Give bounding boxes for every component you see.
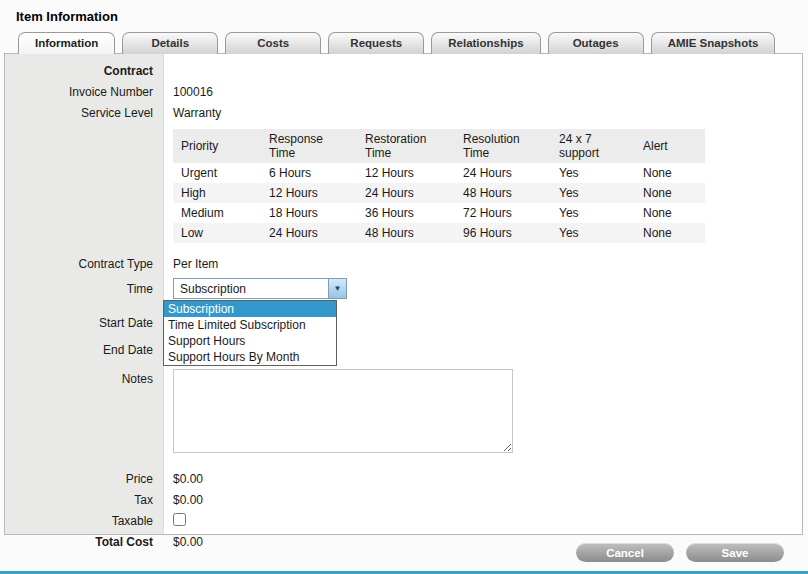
notes-textarea[interactable] (173, 369, 513, 453)
time-option-support-hours-by-month[interactable]: Support Hours By Month (164, 349, 336, 365)
sla-header-restoration-time: Restoration Time (357, 129, 455, 163)
cell-alert: None (635, 223, 705, 243)
section-header-row: Contract (5, 60, 802, 81)
cell-support: Yes (551, 203, 635, 223)
table-row: Medium 18 Hours 36 Hours 72 Hours Yes No… (173, 203, 705, 223)
table-row: Urgent 6 Hours 12 Hours 24 Hours Yes Non… (173, 163, 705, 183)
time-option-support-hours[interactable]: Support Hours (164, 333, 336, 349)
total-cost-row: Total Cost $0.00 (5, 531, 802, 552)
cell-support: Yes (551, 183, 635, 203)
cell-alert: None (635, 163, 705, 183)
cell-priority: Medium (173, 203, 261, 223)
invoice-number-value: 100016 (163, 85, 213, 99)
tab-outages[interactable]: Outages (548, 32, 644, 54)
total-cost-label: Total Cost (5, 535, 163, 549)
page-title: Item Information (0, 0, 808, 32)
price-value: $0.00 (163, 472, 203, 486)
time-row: Time Subscription ▼ Subscription Time Li… (5, 278, 802, 299)
cell-resolution: 96 Hours (455, 223, 551, 243)
sla-header-alert: Alert (635, 129, 705, 163)
table-row: High 12 Hours 24 Hours 48 Hours Yes None (173, 183, 705, 203)
time-select-value: Subscription (174, 279, 328, 298)
service-level-row: Service Level Warranty (5, 102, 802, 123)
tab-amie-snapshots[interactable]: AMIE Snapshots (651, 32, 776, 54)
contract-type-value: Per Item (163, 257, 218, 271)
cell-priority: Low (173, 223, 261, 243)
start-date-row: Start Date (5, 309, 802, 336)
price-label: Price (5, 472, 163, 486)
time-option-time-limited-subscription[interactable]: Time Limited Subscription (164, 317, 336, 333)
time-option-subscription[interactable]: Subscription (164, 301, 336, 317)
item-information-window: Item Information Information Details Cos… (0, 0, 808, 574)
end-date-row: End Date (5, 336, 802, 363)
sla-header-resolution-time: Resolution Time (455, 129, 551, 163)
total-cost-value: $0.00 (163, 535, 203, 549)
cell-response: 6 Hours (261, 163, 357, 183)
taxable-label: Taxable (5, 514, 163, 528)
contract-type-row: Contract Type Per Item (5, 253, 802, 274)
sla-table-wrap: Priority Response Time Restoration Time … (173, 129, 802, 243)
contract-type-label: Contract Type (5, 257, 163, 271)
tax-value: $0.00 (163, 493, 203, 507)
information-panel: Contract Invoice Number 100016 Service L… (4, 53, 803, 535)
cell-response: 18 Hours (261, 203, 357, 223)
taxable-checkbox[interactable] (173, 513, 186, 526)
cell-restoration: 36 Hours (357, 203, 455, 223)
cell-resolution: 48 Hours (455, 183, 551, 203)
cell-restoration: 12 Hours (357, 163, 455, 183)
table-row: Low 24 Hours 48 Hours 96 Hours Yes None (173, 223, 705, 243)
tab-requests[interactable]: Requests (328, 32, 424, 54)
tab-bar: Information Details Costs Requests Relat… (0, 32, 808, 54)
notes-label: Notes (5, 369, 163, 386)
service-level-value: Warranty (163, 106, 221, 120)
time-dropdown-list: Subscription Time Limited Subscription S… (163, 300, 337, 366)
cell-restoration: 48 Hours (357, 223, 455, 243)
cell-priority: High (173, 183, 261, 203)
sla-header-row: Priority Response Time Restoration Time … (173, 129, 705, 163)
start-date-label: Start Date (5, 316, 163, 330)
sla-header-24x7-support: 24 x 7 support (551, 129, 635, 163)
section-header-contract: Contract (5, 64, 163, 78)
cell-response: 24 Hours (261, 223, 357, 243)
tax-label: Tax (5, 493, 163, 507)
sla-header-response-time: Response Time (261, 129, 357, 163)
tab-relationships[interactable]: Relationships (431, 32, 540, 54)
cell-restoration: 24 Hours (357, 183, 455, 203)
time-label: Time (5, 282, 163, 296)
tax-row: Tax $0.00 (5, 489, 802, 510)
cell-alert: None (635, 183, 705, 203)
cell-alert: None (635, 203, 705, 223)
time-select[interactable]: Subscription ▼ (173, 278, 347, 299)
cell-support: Yes (551, 223, 635, 243)
cell-support: Yes (551, 163, 635, 183)
contract-form: Contract Invoice Number 100016 Service L… (5, 54, 802, 552)
invoice-number-label: Invoice Number (5, 85, 163, 99)
cell-response: 12 Hours (261, 183, 357, 203)
notes-row: Notes (5, 369, 802, 456)
price-row: Price $0.00 (5, 468, 802, 489)
sla-table: Priority Response Time Restoration Time … (173, 129, 705, 243)
cell-priority: Urgent (173, 163, 261, 183)
tab-details[interactable]: Details (122, 32, 218, 54)
cell-resolution: 72 Hours (455, 203, 551, 223)
time-select-anchor: Subscription ▼ Subscription Time Limited… (163, 278, 347, 299)
chevron-down-icon[interactable]: ▼ (328, 279, 346, 298)
cell-resolution: 24 Hours (455, 163, 551, 183)
end-date-label: End Date (5, 343, 163, 357)
sla-header-priority: Priority (173, 129, 261, 163)
service-level-label: Service Level (5, 106, 163, 120)
tab-information[interactable]: Information (18, 32, 115, 54)
tab-costs[interactable]: Costs (225, 32, 321, 54)
invoice-number-row: Invoice Number 100016 (5, 81, 802, 102)
taxable-row: Taxable (5, 510, 802, 531)
